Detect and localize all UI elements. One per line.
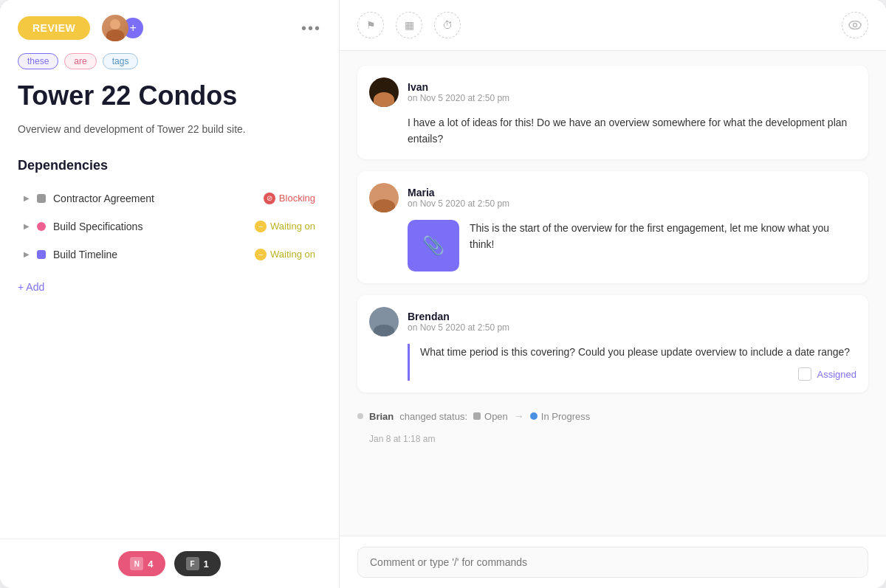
comment-header-brendan: Brendan on Nov 5 2020 at 2:50 pm xyxy=(369,307,856,336)
more-options-button[interactable]: ••• xyxy=(301,20,321,37)
progress-dot xyxy=(530,412,538,420)
clock-button[interactable]: ⏱ xyxy=(434,12,461,38)
status-change-time: Jan 8 at 1:18 am xyxy=(357,434,868,444)
right-header: ⚑ ▦ ⏱ xyxy=(340,0,886,51)
comment-text-ivan: I have a lot of ideas for this! Do we ha… xyxy=(408,114,856,148)
chevron-icon: ▶ xyxy=(24,250,30,258)
comment-time-maria: on Nov 5 2020 at 2:50 pm xyxy=(408,198,509,209)
dep-status-contractor: ⊘ Blocking xyxy=(264,193,315,204)
dependencies-title: Dependencies xyxy=(18,158,321,173)
comments-area: Ivan on Nov 5 2020 at 2:50 pm I have a l… xyxy=(340,51,886,536)
dependency-item-build-specs[interactable]: ▶ Build Specifications – Waiting on xyxy=(18,213,321,240)
comment-header-ivan: Ivan on Nov 5 2020 at 2:50 pm xyxy=(369,77,856,107)
comment-author-maria: Maria xyxy=(408,187,509,198)
avatar-maria xyxy=(369,183,399,212)
comment-meta-brendan: Brendan on Nov 5 2020 at 2:50 pm xyxy=(408,311,509,333)
status-open-pill: Open xyxy=(473,411,508,422)
assigned-row: Assigned xyxy=(420,367,856,381)
comment-text-brendan: What time period is this covering? Could… xyxy=(420,344,856,360)
dep-status-build-timeline: – Waiting on xyxy=(255,249,315,260)
avatar-ivan xyxy=(369,77,399,107)
comment-meta-maria: Maria on Nov 5 2020 at 2:50 pm xyxy=(408,187,509,209)
blocking-icon: ⊘ xyxy=(264,193,275,204)
notion-badge[interactable]: N 4 xyxy=(118,551,165,576)
status-arrow: → xyxy=(514,410,524,422)
dep-status-build-specs: – Waiting on xyxy=(255,221,315,232)
status-label-waiting-2: Waiting on xyxy=(270,249,315,260)
svg-point-0 xyxy=(849,21,861,30)
status-change-user: Brian xyxy=(369,411,394,422)
status-change-dot xyxy=(357,413,363,419)
attachment-button[interactable]: 📎 xyxy=(408,220,459,271)
comment-meta-ivan: Ivan on Nov 5 2020 at 2:50 pm xyxy=(408,81,509,103)
figma-count: 1 xyxy=(204,558,209,570)
comment-input-area xyxy=(340,536,886,588)
open-dot xyxy=(473,412,481,420)
dep-dot-build-timeline xyxy=(37,250,46,259)
left-content: Tower 22 Condos Overview and development… xyxy=(0,81,339,539)
right-panel: ⚑ ▦ ⏱ Ivan xyxy=(340,0,886,588)
comment-card-ivan: Ivan on Nov 5 2020 at 2:50 pm I have a l… xyxy=(357,66,868,159)
waiting-icon: – xyxy=(255,221,267,232)
status-label-blocking: Blocking xyxy=(279,193,315,204)
notion-icon: N xyxy=(130,557,143,570)
dep-dot-contractor xyxy=(37,194,46,203)
avatar-brendan xyxy=(369,307,399,336)
status-progress-pill: In Progress xyxy=(530,411,590,422)
dep-name-contractor: Contractor Agreement xyxy=(53,193,256,204)
comment-author-brendan: Brendan xyxy=(408,311,509,322)
status-from: Open xyxy=(484,411,508,422)
left-header: REVIEW + ••• xyxy=(0,0,339,53)
add-dependency-button[interactable]: + Add xyxy=(18,277,44,297)
flag-icon: ⚑ xyxy=(366,19,376,31)
tag-tags[interactable]: tags xyxy=(103,53,139,69)
dependency-item-contractor[interactable]: ▶ Contractor Agreement ⊘ Blocking xyxy=(18,185,321,212)
eye-button[interactable] xyxy=(842,12,868,38)
tag-these[interactable]: these xyxy=(18,53,58,69)
comment-attachment-area: 📎 This is the start of the overview for … xyxy=(408,220,856,271)
assigned-label[interactable]: Assigned xyxy=(817,369,856,380)
clock-icon: ⏱ xyxy=(442,19,453,31)
doc-title: Tower 22 Condos xyxy=(18,81,321,111)
calendar-button[interactable]: ▦ xyxy=(396,12,422,38)
doc-description: Overview and development of Tower 22 bui… xyxy=(18,121,321,137)
comment-card-maria: Maria on Nov 5 2020 at 2:50 pm 📎 This is… xyxy=(357,171,868,283)
review-button[interactable]: REVIEW xyxy=(18,16,90,40)
chevron-icon: ▶ xyxy=(24,194,30,202)
status-to: In Progress xyxy=(541,411,590,422)
comment-header-maria: Maria on Nov 5 2020 at 2:50 pm xyxy=(369,183,856,212)
dependency-list: ▶ Contractor Agreement ⊘ Blocking ▶ Buil… xyxy=(18,185,321,268)
tag-are[interactable]: are xyxy=(64,53,96,69)
tags-row: these are tags xyxy=(0,53,339,81)
flag-button[interactable]: ⚑ xyxy=(357,12,384,38)
figma-badge[interactable]: F 1 xyxy=(174,551,221,576)
comment-text-maria: This is the start of the overview for th… xyxy=(470,220,856,253)
dep-dot-build-specs xyxy=(37,222,46,231)
comment-input[interactable] xyxy=(357,547,868,578)
chevron-icon: ▶ xyxy=(24,222,30,230)
dep-name-build-specs: Build Specifications xyxy=(53,221,247,232)
figma-icon: F xyxy=(186,557,199,570)
comment-brendan-content: What time period is this covering? Could… xyxy=(408,344,856,381)
avatar-main xyxy=(102,15,128,41)
notion-count: 4 xyxy=(148,558,153,570)
app-container: REVIEW + ••• these are tags Tower 22 Con… xyxy=(0,0,886,588)
waiting-icon-2: – xyxy=(255,249,267,260)
svg-point-1 xyxy=(854,24,857,27)
status-change-action: changed status: xyxy=(399,411,467,422)
calendar-icon: ▦ xyxy=(405,19,414,31)
dep-name-build-timeline: Build Timeline xyxy=(53,249,247,260)
comment-time-brendan: on Nov 5 2020 at 2:50 pm xyxy=(408,322,509,333)
status-label-waiting-1: Waiting on xyxy=(270,221,315,232)
dependency-item-build-timeline[interactable]: ▶ Build Timeline – Waiting on xyxy=(18,241,321,268)
left-footer: N 4 F 1 xyxy=(0,539,339,588)
comment-card-brendan: Brendan on Nov 5 2020 at 2:50 pm What ti… xyxy=(357,295,868,392)
comment-time-ivan: on Nov 5 2020 at 2:50 pm xyxy=(408,93,509,103)
paperclip-icon: 📎 xyxy=(422,235,444,256)
assigned-checkbox[interactable] xyxy=(798,367,811,381)
left-panel: REVIEW + ••• these are tags Tower 22 Con… xyxy=(0,0,340,588)
comment-author-ivan: Ivan xyxy=(408,81,509,93)
status-change-row: Brian changed status: Open → In Progress xyxy=(357,404,868,428)
avatar-group: + xyxy=(102,15,143,41)
eye-icon xyxy=(848,21,862,30)
